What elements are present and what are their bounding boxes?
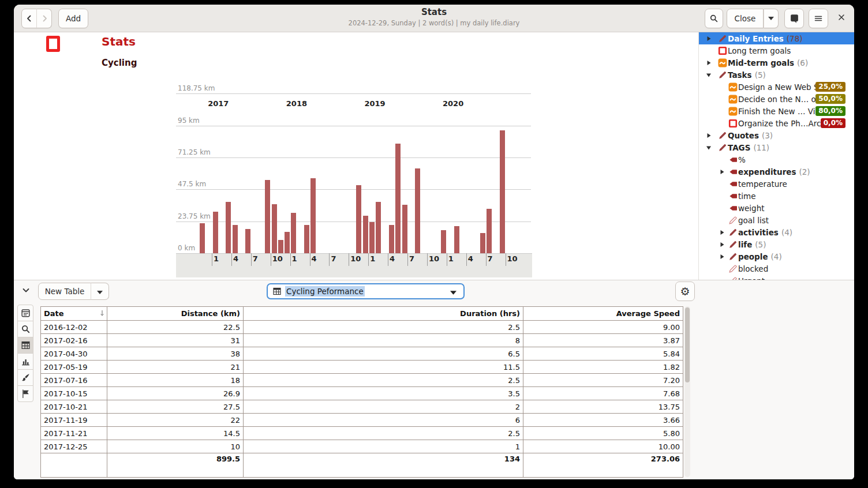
cell-value[interactable]: 10 <box>107 440 244 453</box>
cell-value[interactable]: 2 <box>244 400 523 414</box>
cell-date[interactable]: 2017-05-19 <box>41 361 107 374</box>
expander-down-icon[interactable] <box>706 145 712 151</box>
new-table-button[interactable]: New Table <box>38 283 91 300</box>
cell-value[interactable]: 22.5 <box>107 321 244 334</box>
sidebar-item-label: Mid-term goals(6) <box>728 58 808 67</box>
cell-value[interactable]: 1.82 <box>523 361 683 374</box>
cell-date[interactable]: 2017-12-25 <box>41 440 107 453</box>
cell-value[interactable]: 5.80 <box>523 427 683 440</box>
cell-value[interactable]: 21 <box>107 361 244 374</box>
cell-value[interactable]: 27.5 <box>107 400 244 414</box>
sidebar-item-long-term-goals[interactable]: Long term goals <box>699 44 854 57</box>
cell-value[interactable]: 3.66 <box>523 414 683 427</box>
expander-right-icon[interactable] <box>719 169 725 175</box>
sidebar-item-tag-urgent[interactable]: Urgent <box>699 275 854 280</box>
search-button[interactable] <box>705 9 723 28</box>
cell-value[interactable]: 14.5 <box>107 427 244 440</box>
sidebar-item-task-decide-buy[interactable]: Decide on the N… o Buy50,0% <box>699 93 854 105</box>
expander-down-icon[interactable] <box>706 72 712 78</box>
collapse-panel-button[interactable] <box>18 284 33 299</box>
sidebar-item-task-finish-video[interactable]: Finish the New … Video80,0% <box>699 105 854 117</box>
column-header-date[interactable]: Date <box>41 307 107 321</box>
sidebar-item-tag-people[interactable]: people(4) <box>699 250 854 262</box>
flag-tool-button[interactable] <box>17 385 33 402</box>
cell-value[interactable]: 1 <box>244 440 523 453</box>
new-table-dropdown[interactable] <box>91 283 109 300</box>
cell-date[interactable]: 2017-10-21 <box>41 400 107 414</box>
cell-value[interactable]: 3.5 <box>244 387 523 400</box>
cell-value[interactable]: 18 <box>107 374 244 387</box>
sidebar-item-tag-activities[interactable]: activities(4) <box>699 226 854 238</box>
close-options-dropdown[interactable] <box>764 9 779 28</box>
year-label: 2017 <box>208 99 229 108</box>
expander-right-icon[interactable] <box>706 133 712 138</box>
window-close-button[interactable] <box>833 9 850 28</box>
calendar-tool-button[interactable] <box>17 305 33 321</box>
column-header-average-speed[interactable]: Average Speed <box>523 307 683 321</box>
back-button[interactable] <box>21 9 37 28</box>
cell-date[interactable]: 2017-02-16 <box>41 334 107 347</box>
cell-date[interactable]: 2017-07-16 <box>41 374 107 387</box>
cell-value[interactable]: 6 <box>244 414 523 427</box>
bookmarks-button[interactable] <box>784 9 804 28</box>
cell-value[interactable]: 22 <box>107 414 244 427</box>
sidebar-item-tag-life[interactable]: life(5) <box>699 238 854 250</box>
table-tool-button[interactable] <box>17 337 33 354</box>
menu-button[interactable] <box>809 9 828 28</box>
cell-date[interactable]: 2017-04-30 <box>41 347 107 361</box>
cell-value[interactable]: 2.5 <box>244 374 523 387</box>
cell-value[interactable]: 7.20 <box>523 374 683 387</box>
sidebar-item-tasks[interactable]: Tasks(5) <box>699 69 854 81</box>
scrollbar-thumb[interactable] <box>685 307 690 382</box>
cell-value[interactable]: 26.9 <box>107 387 244 400</box>
cell-date[interactable]: 2016-12-02 <box>41 321 107 334</box>
expander-right-icon[interactable] <box>719 254 725 260</box>
cell-value[interactable]: 7.68 <box>523 387 683 400</box>
expander-right-icon[interactable] <box>719 230 725 235</box>
cell-value[interactable]: 13.75 <box>523 400 683 414</box>
sidebar-item-label: weight <box>738 204 765 213</box>
column-header-duration-hrs[interactable]: Duration (hrs) <box>244 307 523 321</box>
forward-button[interactable] <box>36 9 52 28</box>
cell-value[interactable]: 9.00 <box>523 321 683 334</box>
cell-value[interactable]: 38 <box>107 347 244 361</box>
table-scrollbar[interactable] <box>684 306 690 477</box>
sidebar-item-quotes[interactable]: Quotes(3) <box>699 129 854 141</box>
sidebar-item-tag-expenditures[interactable]: expenditures(2) <box>699 166 854 178</box>
sidebar-item-tags[interactable]: TAGS(11) <box>699 141 854 153</box>
sidebar-item-task-design-web-site[interactable]: Design a New Web Site25,0% <box>699 81 854 93</box>
cell-value[interactable]: 10.00 <box>523 440 683 453</box>
cell-value[interactable]: 5.84 <box>523 347 683 361</box>
add-button[interactable]: Add <box>58 9 88 28</box>
expander-right-icon[interactable] <box>706 36 712 42</box>
sidebar-item-tag-goal-list[interactable]: goal list <box>699 214 854 226</box>
paint-tool-button[interactable] <box>17 369 33 386</box>
editor-pane[interactable]: Stats Cycling 0 km23.75 km47.5 km71.25 k… <box>14 32 698 280</box>
sidebar-item-tag-time[interactable]: time <box>699 190 854 202</box>
expander-right-icon[interactable] <box>719 242 725 247</box>
sidebar-item-daily-entries[interactable]: Daily Entries(78) <box>699 32 854 44</box>
sidebar-item-tag-temperature[interactable]: temperature <box>699 178 854 190</box>
cell-date[interactable]: 2017-11-19 <box>41 414 107 427</box>
sidebar-item-tag-weight[interactable]: weight <box>699 202 854 214</box>
cell-value[interactable]: 6.5 <box>244 347 523 361</box>
cell-value[interactable]: 8 <box>244 334 523 347</box>
table-selector-combo[interactable]: Cycling Peformance <box>267 283 465 299</box>
sidebar-item-tag-blocked[interactable]: blocked <box>699 262 854 275</box>
sidebar-item-tag-percent[interactable]: % <box>699 153 854 166</box>
cell-date[interactable]: 2017-10-15 <box>41 387 107 400</box>
sidebar-item-task-organize-archive[interactable]: Organize the Ph…Archive0,0% <box>699 117 854 129</box>
cell-value[interactable]: 11.5 <box>244 361 523 374</box>
search-tool-button[interactable] <box>17 321 33 337</box>
close-diary-button[interactable]: Close <box>727 9 764 28</box>
cell-date[interactable]: 2017-11-21 <box>41 427 107 440</box>
sidebar-item-mid-term-goals[interactable]: Mid-term goals(6) <box>699 57 854 69</box>
table-settings-button[interactable]: ⚙ <box>675 281 695 301</box>
column-header-distance-km[interactable]: Distance (km) <box>107 307 244 321</box>
cell-value[interactable]: 2.5 <box>244 427 523 440</box>
cell-value[interactable]: 3.87 <box>523 334 683 347</box>
cell-value[interactable]: 31 <box>107 334 244 347</box>
cell-value[interactable]: 2.5 <box>244 321 523 334</box>
expander-right-icon[interactable] <box>706 60 712 66</box>
chart-tool-button[interactable] <box>17 353 33 370</box>
